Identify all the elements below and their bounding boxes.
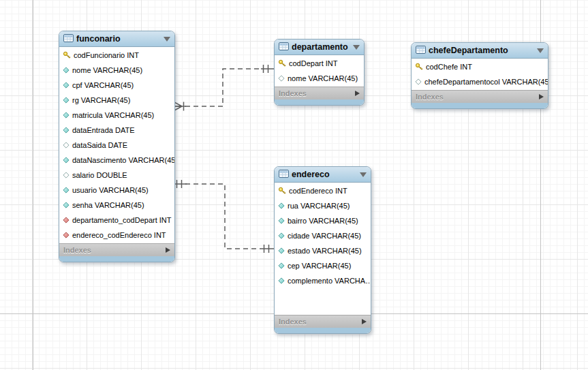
column-row-not-null[interactable]: usuario VARCHAR(45) bbox=[59, 183, 174, 198]
column-row-not-null[interactable]: matricula VARCHAR(45) bbox=[59, 108, 174, 123]
not-null-icon bbox=[63, 97, 69, 104]
column-definition: dataEntrada DATE bbox=[72, 126, 135, 134]
column-row-not-null[interactable]: cidade VARCHAR(45) bbox=[275, 228, 371, 243]
column-row-not-null[interactable]: cpf VARCHAR(45) bbox=[59, 78, 174, 93]
column-definition: cep VARCHAR(45) bbox=[288, 262, 351, 270]
nullable-icon bbox=[415, 78, 422, 85]
column-row-nullable[interactable]: chefeDepartamentocol VARCHAR(45) bbox=[412, 74, 548, 89]
expand-indexes-icon[interactable] bbox=[362, 319, 367, 324]
relationship-funconario-endereco[interactable] bbox=[174, 180, 274, 253]
column-row-foreign-key[interactable]: endereco_codEndereco INT bbox=[59, 228, 174, 243]
indexes-bar[interactable]: Indexes bbox=[275, 315, 371, 328]
table-endereco[interactable]: enderecocodEndereco INTrua VARCHAR(45)ba… bbox=[274, 166, 371, 334]
column-row-nullable[interactable]: nome VARCHAR(45) bbox=[275, 71, 364, 86]
column-definition: codChefe INT bbox=[426, 63, 472, 71]
column-definition: codDepart INT bbox=[289, 59, 338, 67]
table-header[interactable]: endereco bbox=[275, 167, 371, 183]
not-null-icon bbox=[63, 187, 69, 194]
indexes-label: Indexes bbox=[416, 93, 444, 101]
table-header[interactable]: departamento bbox=[275, 40, 364, 55]
nullable-icon bbox=[63, 142, 69, 149]
table-columns: codDepart INTnome VARCHAR(45) bbox=[275, 55, 364, 87]
column-row-nullable[interactable]: dataSaida DATE bbox=[59, 138, 174, 153]
table-columns: codFuncionario INTnome VARCHAR(45)cpf VA… bbox=[59, 47, 174, 243]
column-definition: senha VARCHAR(45) bbox=[72, 201, 144, 209]
column-row-not-null[interactable]: bairro VARCHAR(45) bbox=[275, 213, 371, 228]
table-bottom-strip bbox=[275, 99, 364, 105]
column-row-not-null[interactable]: cep VARCHAR(45) bbox=[275, 258, 371, 273]
indexes-label: Indexes bbox=[63, 246, 91, 254]
relationship-funconario-departamento[interactable] bbox=[174, 65, 274, 111]
not-null-icon bbox=[63, 67, 69, 74]
foreign-key-icon bbox=[63, 232, 69, 238]
column-definition: usuario VARCHAR(45) bbox=[72, 186, 149, 194]
not-null-icon bbox=[63, 127, 69, 134]
expand-indexes-icon[interactable] bbox=[166, 247, 170, 253]
table-icon bbox=[279, 41, 289, 53]
chevron-down-icon[interactable] bbox=[537, 48, 544, 53]
column-row-primary-key[interactable]: codFuncionario INT bbox=[59, 48, 174, 63]
chevron-down-icon[interactable] bbox=[360, 172, 367, 177]
column-row-nullable[interactable]: salario DOUBLE bbox=[59, 168, 174, 183]
column-row-foreign-key[interactable]: departamento_codDepart INT bbox=[59, 213, 174, 228]
indexes-bar[interactable]: Indexes bbox=[412, 90, 548, 103]
table-title: endereco bbox=[292, 170, 330, 179]
column-definition: endereco_codEndereco INT bbox=[72, 231, 166, 239]
primary-key-icon bbox=[278, 187, 286, 195]
not-null-icon bbox=[278, 232, 285, 239]
indexes-bar[interactable]: Indexes bbox=[59, 243, 174, 256]
not-null-icon bbox=[63, 157, 69, 164]
column-definition: nome VARCHAR(45) bbox=[288, 74, 358, 82]
table-header[interactable]: chefeDepartamento bbox=[412, 43, 548, 59]
column-definition: cpf VARCHAR(45) bbox=[72, 81, 134, 89]
column-definition: codFuncionario INT bbox=[74, 51, 139, 59]
column-row-primary-key[interactable]: codChefe INT bbox=[412, 59, 548, 74]
table-funconario[interactable]: funconariocodFuncionario INTnome VARCHAR… bbox=[59, 31, 175, 262]
column-definition: departamento_codDepart INT bbox=[72, 216, 172, 224]
column-row-not-null[interactable]: dataNascimento VARCHAR(45) bbox=[59, 153, 174, 168]
table-chefeDepartamento[interactable]: chefeDepartamentocodChefe INTchefeDepart… bbox=[411, 42, 548, 109]
table-icon bbox=[279, 168, 289, 181]
table-header[interactable]: funconario bbox=[59, 31, 174, 47]
not-null-icon bbox=[278, 277, 285, 284]
column-row-not-null[interactable]: nome VARCHAR(45) bbox=[59, 63, 174, 78]
table-departamento[interactable]: departamentocodDepart INTnome VARCHAR(45… bbox=[274, 39, 365, 106]
column-row-primary-key[interactable]: codDepart INT bbox=[275, 56, 364, 71]
column-definition: nome VARCHAR(45) bbox=[72, 66, 142, 74]
table-icon bbox=[63, 33, 74, 45]
primary-key-icon bbox=[63, 51, 71, 59]
expand-indexes-icon[interactable] bbox=[355, 91, 360, 96]
column-definition: dataNascimento VARCHAR(45) bbox=[72, 156, 174, 164]
not-null-icon bbox=[63, 202, 69, 209]
indexes-label: Indexes bbox=[279, 89, 307, 97]
indexes-bar[interactable]: Indexes bbox=[275, 87, 364, 99]
eer-diagram-canvas[interactable]: funconariocodFuncionario INTnome VARCHAR… bbox=[0, 0, 588, 370]
table-columns: codChefe INTchefeDepartamentocol VARCHAR… bbox=[412, 59, 548, 90]
nullable-icon bbox=[278, 75, 285, 82]
column-row-not-null[interactable]: senha VARCHAR(45) bbox=[59, 198, 174, 213]
table-icon bbox=[416, 44, 426, 57]
foreign-key-icon bbox=[63, 217, 69, 223]
column-definition: rg VARCHAR(45) bbox=[72, 96, 130, 104]
column-definition: chefeDepartamentocol VARCHAR(45) bbox=[424, 78, 548, 86]
column-row-not-null[interactable]: estado VARCHAR(45) bbox=[275, 243, 371, 258]
not-null-icon bbox=[278, 217, 285, 224]
not-null-icon bbox=[278, 202, 285, 209]
column-definition: bairro VARCHAR(45) bbox=[288, 217, 358, 225]
column-row-not-null[interactable]: rg VARCHAR(45) bbox=[59, 93, 174, 108]
chevron-down-icon[interactable] bbox=[353, 45, 360, 50]
column-definition: estado VARCHAR(45) bbox=[288, 247, 362, 255]
column-row-primary-key[interactable]: codEndereco INT bbox=[275, 183, 371, 198]
expand-indexes-icon[interactable] bbox=[539, 94, 544, 99]
indexes-label: Indexes bbox=[279, 318, 307, 326]
table-title: chefeDepartamento bbox=[429, 46, 508, 55]
nullable-icon bbox=[63, 172, 69, 179]
column-row-not-null[interactable]: dataEntrada DATE bbox=[59, 123, 174, 138]
column-row-not-null[interactable]: complemento VARCHA… bbox=[275, 273, 371, 288]
column-row-not-null[interactable]: rua VARCHAR(45) bbox=[275, 198, 371, 213]
table-bottom-strip bbox=[59, 256, 174, 262]
not-null-icon bbox=[63, 112, 69, 119]
column-definition: dataSaida DATE bbox=[72, 141, 127, 149]
table-title: funconario bbox=[76, 34, 121, 44]
chevron-down-icon[interactable] bbox=[164, 37, 170, 42]
